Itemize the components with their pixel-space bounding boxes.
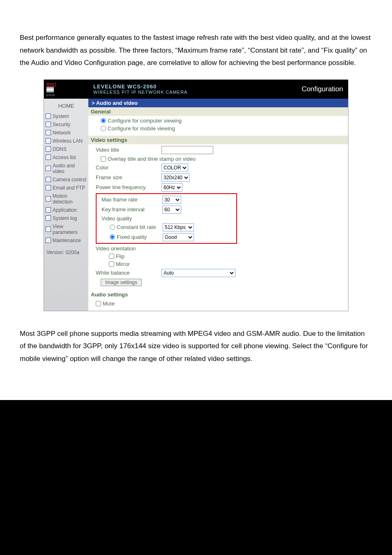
max-frame-rate-select[interactable]: 30: [162, 196, 181, 204]
sidebar-item-access-list[interactable]: →Access list: [44, 153, 88, 162]
arrow-icon: →: [46, 227, 51, 232]
sidebar-item-system-log[interactable]: →System log: [44, 214, 88, 222]
constant-bit-radio[interactable]: [110, 224, 115, 230]
arrow-icon: →: [46, 207, 51, 213]
color-select[interactable]: COLOR: [161, 164, 188, 172]
video-title-label: Video title: [96, 147, 161, 153]
video-title-input[interactable]: [161, 146, 213, 154]
configure-computer-label: Configure for computer viewing: [108, 118, 182, 124]
outro-paragraph: Most 3GPP cell phone supports media stre…: [20, 328, 372, 365]
flip-label: Flip: [116, 253, 125, 259]
arrow-icon: →: [46, 166, 51, 171]
constant-bit-label: Constant bit rate: [117, 224, 163, 230]
frame-size-select[interactable]: 320x240: [161, 173, 190, 182]
sidebar-item-camera-control[interactable]: →Camera control: [44, 176, 88, 184]
arrow-icon: →: [46, 138, 51, 143]
sidebar-item-system[interactable]: →System: [44, 112, 88, 120]
overlay-checkbox[interactable]: [101, 156, 106, 162]
overlay-label: Overlay title and time stamp on video: [108, 156, 196, 162]
video-orientation-label: Video orientation: [96, 245, 136, 252]
mute-label: Mute: [103, 301, 115, 307]
product-model: LEVELONE WCS-2060: [93, 83, 302, 90]
arrow-icon: →: [46, 185, 51, 190]
max-frame-rate-label: Max frame rate: [101, 197, 162, 203]
sidebar-item-wireless-lan[interactable]: →Wireless LAN: [44, 137, 88, 145]
power-line-select[interactable]: 60Hz: [161, 183, 182, 192]
arrow-icon: →: [46, 215, 51, 221]
home-link[interactable]: HOME: [44, 99, 88, 112]
arrow-icon: →: [46, 238, 51, 243]
video-quality-label: Video quality: [101, 215, 132, 222]
sidebar-item-application[interactable]: →Application: [44, 206, 88, 214]
sidebar-item-motion-detection[interactable]: →Motion detection: [44, 192, 88, 206]
arrow-icon: →: [46, 122, 51, 127]
audio-settings-heading: Audio settings: [88, 290, 348, 299]
arrow-icon: →: [46, 155, 51, 160]
color-label: Color: [96, 164, 161, 171]
white-balance-label: White balance: [96, 270, 161, 276]
flip-checkbox[interactable]: [109, 254, 114, 259]
version-label: Version: 0200a: [44, 245, 88, 260]
breadcrumb: > Audio and video: [88, 99, 348, 107]
power-line-label: Power line frequency: [96, 184, 161, 190]
product-subtitle: WIRELESS P/T IP NETWORK CAMERA: [93, 90, 302, 95]
sidebar-item-view-parameters[interactable]: →View parameters: [44, 222, 88, 236]
configure-mobile-radio[interactable]: [101, 126, 106, 131]
constant-bit-select[interactable]: 512 Kbps: [163, 223, 194, 231]
sidebar-item-maintenance[interactable]: →Maintenance: [44, 236, 88, 245]
sidebar-item-email-ftp[interactable]: →Email and FTP: [44, 184, 88, 192]
arrow-icon: →: [46, 146, 51, 152]
white-balance-select[interactable]: Auto: [161, 269, 235, 277]
logo: level one: [44, 80, 93, 99]
key-frame-label: Key frame interval: [101, 206, 162, 213]
sidebar-item-network[interactable]: →Network: [44, 129, 88, 137]
arrow-icon: →: [46, 130, 51, 135]
fixed-quality-select[interactable]: Good: [163, 233, 194, 241]
arrow-icon: →: [46, 196, 51, 201]
configuration-link[interactable]: Configuration: [302, 85, 348, 93]
frame-size-label: Frame size: [96, 174, 161, 180]
configure-computer-radio[interactable]: [101, 118, 106, 123]
sidebar: HOME →System →Security →Network →Wireles…: [44, 99, 88, 311]
mirror-label: Mirror: [116, 261, 130, 267]
highlighted-box: Max frame rate 30 Key frame interval 60 …: [96, 193, 237, 244]
fixed-quality-label: Fixed quality: [117, 234, 163, 240]
key-frame-select[interactable]: 60: [162, 206, 181, 214]
video-settings-heading: Video settings: [88, 136, 348, 144]
fixed-quality-radio[interactable]: [110, 234, 115, 240]
config-screenshot: level one LEVELONE WCS-2060 WIRELESS P/T…: [44, 79, 348, 311]
mute-checkbox[interactable]: [96, 301, 101, 306]
arrow-icon: →: [46, 113, 51, 119]
sidebar-item-ddns[interactable]: →DDNS: [44, 145, 88, 153]
mirror-checkbox[interactable]: [109, 261, 114, 267]
sidebar-item-security[interactable]: →Security: [44, 120, 88, 129]
sidebar-item-audio-video[interactable]: →Audio and video: [44, 162, 88, 176]
configure-mobile-label: Configure for mobile viewing: [108, 125, 175, 132]
arrow-icon: →: [46, 177, 51, 182]
intro-paragraph: Best performance generally equates to th…: [20, 32, 372, 69]
general-heading: General: [88, 107, 348, 116]
image-settings-button[interactable]: Image settings: [101, 279, 142, 286]
